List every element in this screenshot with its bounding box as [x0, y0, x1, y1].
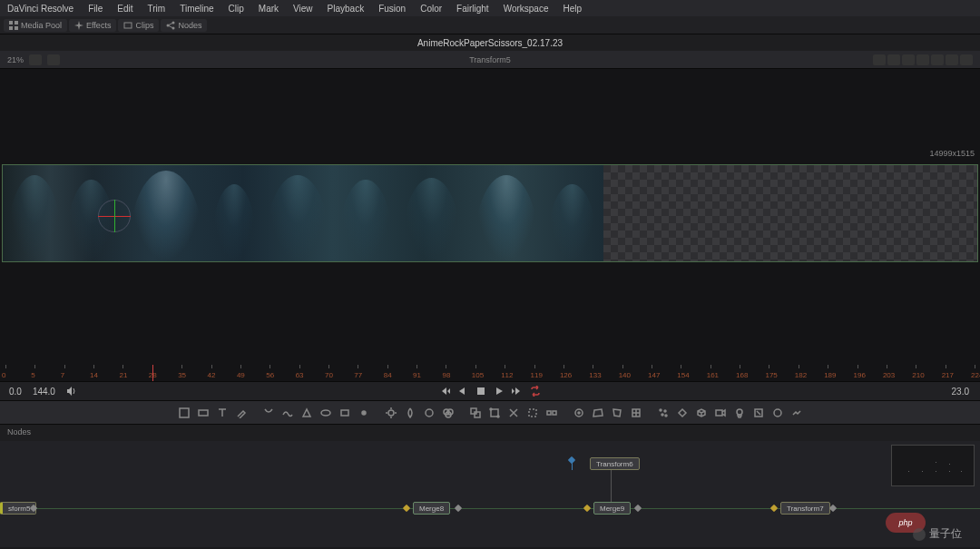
speaker-icon[interactable]	[66, 386, 77, 397]
viewer-canvas[interactable]: 14999x1515	[0, 69, 980, 359]
viewer-opt-1-icon[interactable]	[873, 54, 886, 65]
viewer-opt-5-icon[interactable]	[931, 54, 944, 65]
zoom-display[interactable]: 21%	[7, 55, 24, 64]
nodes-panel-header: Nodes	[0, 425, 980, 441]
viewer-opt-2-icon[interactable]	[887, 54, 900, 65]
svg-rect-25	[547, 411, 551, 415]
clips-button[interactable]: Clips	[118, 19, 159, 32]
nodes-toolbar-label: Nodes	[178, 21, 201, 30]
resize-tool[interactable]	[505, 405, 523, 421]
menu-edit[interactable]: Edit	[113, 2, 136, 15]
menu-trim[interactable]: Trim	[144, 2, 170, 15]
svg-rect-4	[124, 23, 132, 28]
shape3d-tool[interactable]	[769, 405, 787, 421]
nodes-panel-title: Nodes	[7, 427, 31, 436]
background-tool[interactable]	[175, 405, 193, 421]
go-end-icon[interactable]	[512, 386, 523, 397]
fit-icon[interactable]	[29, 54, 42, 65]
menu-file[interactable]: File	[84, 2, 106, 15]
image3d-tool[interactable]	[788, 405, 806, 421]
selected-node-label: Transform5	[469, 55, 511, 64]
brightness-tool[interactable]	[382, 405, 400, 421]
colorcorrect-tool[interactable]	[420, 405, 438, 421]
svg-point-11	[321, 410, 330, 416]
app-name[interactable]: DaVinci Resolve	[4, 2, 77, 15]
transform-tool[interactable]	[485, 405, 504, 421]
svg-rect-20	[475, 412, 480, 417]
svg-rect-24	[529, 409, 536, 417]
svg-rect-12	[341, 410, 348, 416]
menu-fairlight[interactable]: Fairlight	[453, 2, 493, 15]
viewer-opt-3-icon[interactable]	[902, 54, 915, 65]
node-merge9[interactable]: Merge9	[593, 502, 631, 515]
render3d-tool[interactable]	[750, 405, 768, 421]
svg-point-15	[426, 409, 433, 417]
viewer-opt-6-icon[interactable]	[946, 54, 958, 65]
node-transform6[interactable]: Transform6	[590, 457, 640, 470]
go-start-icon[interactable]	[439, 386, 450, 397]
svg-point-32	[665, 415, 667, 417]
step-back-icon[interactable]	[457, 386, 468, 397]
node-merge8[interactable]: Merge8	[413, 502, 450, 515]
light-tool[interactable]	[730, 405, 749, 421]
loop-icon[interactable]	[530, 386, 541, 397]
current-frame[interactable]: 0.0	[9, 387, 22, 397]
node-graph[interactable]: sform5 Merge8 Merge9 Transform7 Transfor…	[0, 441, 980, 547]
prender-tool[interactable]	[673, 405, 691, 421]
clips-label: Clips	[135, 21, 153, 30]
wand-tool[interactable]	[355, 405, 373, 421]
range-end[interactable]: 23.0	[952, 387, 969, 397]
text-tool[interactable]	[213, 405, 231, 421]
merge-tool[interactable]	[466, 405, 485, 421]
menu-mark[interactable]: Mark	[255, 2, 282, 15]
3d-tool[interactable]	[692, 405, 710, 421]
svg-point-29	[660, 409, 662, 411]
planartracker-tool[interactable]	[589, 405, 607, 421]
mask-tool[interactable]	[260, 405, 278, 421]
blur-tool[interactable]	[401, 405, 419, 421]
viewer-sub-toolbar: 21% Transform5	[0, 51, 980, 69]
nodes-button[interactable]: Nodes	[161, 19, 207, 32]
hue-tool[interactable]	[439, 405, 457, 421]
grid-icon	[9, 21, 18, 30]
menu-color[interactable]: Color	[416, 2, 446, 15]
ellipse-tool[interactable]	[317, 405, 335, 421]
transparent-area	[603, 165, 977, 261]
menu-playback[interactable]: Playback	[324, 2, 368, 15]
svg-rect-8	[477, 387, 485, 395]
camera-tool[interactable]	[711, 405, 730, 421]
node-navigator[interactable]	[891, 445, 975, 486]
menu-view[interactable]: View	[289, 2, 317, 15]
particles-tool[interactable]	[654, 405, 672, 421]
node-transform7[interactable]: Transform7	[780, 502, 830, 515]
channelbool-tool[interactable]	[543, 405, 561, 421]
svg-rect-26	[553, 411, 556, 415]
play-icon[interactable]	[494, 386, 505, 397]
bspline-tool[interactable]	[279, 405, 297, 421]
menu-clip[interactable]: Clip	[225, 2, 248, 15]
end-frame[interactable]: 144.0	[33, 387, 55, 397]
paint-tool[interactable]	[232, 405, 250, 421]
menu-workspace[interactable]: Workspace	[500, 2, 553, 15]
svg-point-14	[388, 410, 394, 416]
time-ruler[interactable]: 0571421283542495663707784919810511211912…	[0, 359, 980, 381]
tracker-tool[interactable]	[570, 405, 588, 421]
rectangle-tool[interactable]	[336, 405, 354, 421]
cornerpin-tool[interactable]	[608, 405, 626, 421]
polygon-tool[interactable]	[298, 405, 316, 421]
media-pool-button[interactable]: Media Pool	[4, 19, 67, 32]
effects-button[interactable]: Effects	[69, 19, 116, 32]
gridwarp-tool[interactable]	[627, 405, 645, 421]
svg-point-30	[664, 410, 666, 412]
transform-gizmo[interactable]	[98, 200, 131, 232]
view-mode-icon[interactable]	[47, 54, 60, 65]
menu-fusion[interactable]: Fusion	[375, 2, 409, 15]
viewer-opt-4-icon[interactable]	[916, 54, 929, 65]
mattecontrol-tool[interactable]	[524, 405, 542, 421]
stop-icon[interactable]	[475, 386, 486, 397]
viewer-opt-7-icon[interactable]	[960, 54, 973, 65]
menu-timeline[interactable]: Timeline	[176, 2, 217, 15]
svg-point-36	[774, 409, 781, 417]
menu-help[interactable]: Help	[559, 2, 585, 15]
fastnoise-tool[interactable]	[194, 405, 212, 421]
